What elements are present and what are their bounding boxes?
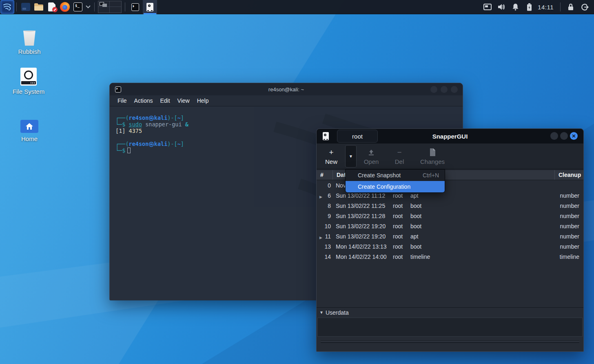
- workspace-2[interactable]: [110, 1, 121, 7]
- userdata-label: Userdata: [326, 309, 349, 316]
- minimize-button[interactable]: [430, 86, 437, 93]
- cell-clean: number: [555, 192, 583, 199]
- cell-user: root: [391, 213, 409, 219]
- open-button[interactable]: Open: [358, 145, 384, 168]
- show-desktop-button[interactable]: [19, 0, 32, 13]
- command-line: └─$ sudo snapper-gui &: [115, 121, 463, 128]
- volume-icon[interactable]: [495, 1, 508, 13]
- menu-actions[interactable]: Actions: [131, 96, 157, 105]
- maximize-button[interactable]: [441, 86, 448, 93]
- changes-button[interactable]: Changes: [415, 145, 450, 168]
- desktop-icon-rubbish[interactable]: Rubbish: [7, 24, 52, 55]
- table-row[interactable]: 10Sun 13/02/22 19:20rootbootnumber: [317, 221, 583, 231]
- maximize-button[interactable]: [560, 132, 568, 140]
- cell-clean: number: [555, 223, 583, 229]
- table-row[interactable]: 14Mon 14/02/22 14:00roottimelinetimeline: [317, 251, 583, 262]
- trash-icon: [7, 24, 52, 46]
- lock-icon[interactable]: [565, 1, 577, 13]
- cell-num: 9: [317, 213, 333, 219]
- text-editor-button[interactable]: [45, 0, 58, 13]
- cell-num: 0: [317, 182, 333, 189]
- table-row[interactable]: ▶11Sun 13/02/22 19:20rootaptnumber: [317, 231, 583, 241]
- cell-num: ▶6: [317, 192, 333, 199]
- cell-date: Mon 14/02/22 13:13: [333, 243, 391, 250]
- cell-num: 14: [317, 254, 333, 260]
- clock[interactable]: 14:11: [537, 4, 556, 11]
- home-folder-icon: [7, 112, 52, 133]
- snapper-toolbar: + New ▼ Open − Del Changes: [317, 143, 583, 169]
- file-manager-button[interactable]: [32, 0, 45, 13]
- taskbar-item-snapper-gui[interactable]: [143, 0, 157, 14]
- panel-separator: [125, 2, 125, 11]
- cell-type: apt: [409, 233, 444, 240]
- display-tray-icon[interactable]: [481, 1, 494, 13]
- row-expander-icon[interactable]: ▶: [319, 236, 322, 240]
- expander-arrow-icon: ▼: [319, 310, 324, 315]
- table-row[interactable]: 9Sun 13/02/22 11:28rootbootnumber: [317, 211, 583, 221]
- userdata-textarea[interactable]: [317, 318, 583, 337]
- column-header-description: [444, 170, 555, 180]
- taskbar-item-terminal[interactable]: ⏵: [128, 0, 143, 14]
- cell-user: root: [391, 233, 409, 240]
- desktop-icon-label: Rubbish: [7, 48, 52, 55]
- workspace-1[interactable]: [98, 1, 110, 7]
- plus-icon: +: [329, 148, 333, 157]
- workspace-3[interactable]: [98, 7, 110, 13]
- terminal-title: re4son@kali: ~: [110, 86, 463, 93]
- more-launchers-button[interactable]: [84, 0, 92, 13]
- userdata-expander[interactable]: ▼ Userdata: [317, 307, 583, 317]
- cell-type: boot: [409, 213, 444, 219]
- cell-type: apt: [409, 192, 444, 199]
- logout-icon[interactable]: [578, 1, 591, 13]
- terminal-titlebar[interactable]: ⏵ re4son@kali: ~: [110, 83, 463, 95]
- cell-type: timeline: [409, 254, 444, 260]
- battery-charging-icon[interactable]: [523, 1, 535, 13]
- divider: [321, 340, 579, 341]
- cell-user: root: [391, 243, 409, 250]
- menu-view[interactable]: View: [174, 96, 193, 105]
- cell-clean: number: [555, 213, 583, 219]
- shortcut-label: Ctrl+N: [423, 172, 439, 179]
- menu-item-create-snapshot[interactable]: Create Snapshot Ctrl+N: [346, 170, 445, 181]
- cell-user: root: [391, 192, 409, 199]
- table-row[interactable]: 8Sun 13/02/22 11:25rootbootnumber: [317, 201, 583, 211]
- close-button[interactable]: ✕: [570, 132, 578, 140]
- desktop-icon-file-system[interactable]: File System: [6, 64, 51, 95]
- workspace-4[interactable]: [110, 7, 121, 13]
- cell-user: root: [391, 223, 409, 229]
- cell-type: boot: [409, 203, 444, 209]
- desktop: Rubbish File System Home ⏵ re4son@kali: …: [0, 0, 594, 364]
- cell-num: 10: [317, 223, 333, 229]
- new-dropdown-toggle[interactable]: ▼: [345, 145, 357, 168]
- desktop-icon: [21, 3, 30, 11]
- menu-edit[interactable]: Edit: [156, 96, 173, 105]
- new-dropdown-menu: Create Snapshot Ctrl+N Create Configurat…: [345, 169, 445, 193]
- cell-num: 13: [317, 243, 333, 250]
- table-row[interactable]: 13Mon 14/02/22 13:13rootbootnumber: [317, 241, 583, 251]
- cell-clean: timeline: [555, 254, 583, 260]
- chevron-down-icon: [86, 5, 91, 9]
- firefox-button[interactable]: [58, 0, 71, 13]
- menu-file[interactable]: File: [114, 96, 131, 105]
- cell-type: boot: [409, 243, 444, 250]
- notifications-bell-icon[interactable]: [509, 1, 521, 13]
- new-button[interactable]: + New: [319, 145, 344, 168]
- cell-date: Sun 13/02/22 11:12: [333, 192, 391, 199]
- applications-menu-button[interactable]: [1, 0, 14, 13]
- terminal-launcher-button[interactable]: $_: [71, 0, 84, 13]
- cell-user: root: [391, 203, 409, 209]
- desktop-icon-home[interactable]: Home: [7, 112, 52, 142]
- hard-drive-icon: [6, 64, 51, 86]
- snapper-app-icon: [146, 3, 153, 11]
- close-button[interactable]: [451, 86, 458, 93]
- terminal-icon: $_: [73, 2, 82, 11]
- chevron-down-icon: ▼: [349, 152, 353, 161]
- terminal-cursor: [127, 148, 131, 153]
- delete-button[interactable]: − Del: [388, 145, 411, 168]
- row-expander-icon[interactable]: ▶: [319, 195, 322, 199]
- minimize-button[interactable]: [550, 132, 558, 140]
- menu-item-create-configuration[interactable]: Create Configuration: [346, 181, 445, 192]
- snapper-headerbar[interactable]: root SnapperGUI ✕: [317, 129, 583, 143]
- workspace-switcher[interactable]: [98, 1, 122, 13]
- menu-help[interactable]: Help: [193, 96, 213, 105]
